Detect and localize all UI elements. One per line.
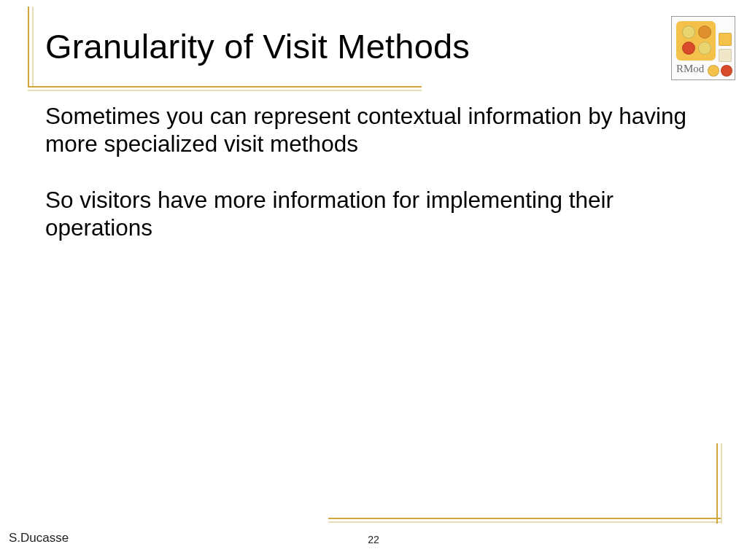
footer-author: S.Ducasse [9,531,69,545]
slide: Granularity of Visit Methods RMod Someti… [0,0,747,560]
logo-label: RMod [676,63,704,75]
slide-title: Granularity of Visit Methods [45,26,470,66]
rmod-logo: RMod [671,16,735,80]
title-rule [28,85,422,90]
slide-body: Sometimes you can represent contextual i… [45,102,702,270]
footer-page-number: 22 [368,534,379,545]
body-paragraph-2: So visitors have more information for im… [45,186,702,242]
corner-decoration-top-left [0,0,42,88]
body-paragraph-1: Sometimes you can represent contextual i… [45,102,702,158]
corner-decoration-bottom-right [324,436,747,524]
